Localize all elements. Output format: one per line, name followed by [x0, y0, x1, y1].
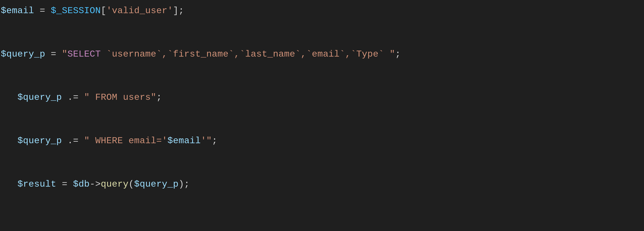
- variable-email: $email: [1, 6, 34, 16]
- operator-arrow: ->: [90, 179, 100, 189]
- variable-result: $result: [18, 179, 56, 189]
- argument-query-p: $query_p: [134, 179, 178, 189]
- variable-query-p: $query_p: [18, 136, 62, 146]
- semicolon: ;: [395, 49, 401, 59]
- semicolon: ;: [212, 136, 218, 146]
- global-session: $_SESSION: [51, 6, 100, 16]
- string-where-open: " WHERE email=': [84, 136, 168, 146]
- code-line-2: $query_p = "SELECT `username`,`first_nam…: [1, 49, 401, 59]
- code-line-5: $result = $db->query($query_p);: [1, 179, 190, 189]
- variable-email-interp: $email: [168, 136, 201, 146]
- string-quote-close: ": [390, 49, 395, 59]
- operator-assign: =: [34, 6, 51, 16]
- code-line-1: $email = $_SESSION['valid_user'];: [1, 6, 184, 16]
- operator-concat-assign: .=: [62, 136, 84, 146]
- paren-open: (: [128, 179, 134, 189]
- string-from-users: " FROM users": [84, 92, 156, 103]
- variable-db: $db: [73, 179, 90, 189]
- code-line-4: $query_p .= " WHERE email='$email'";: [1, 136, 218, 146]
- operator-concat-assign: .=: [62, 92, 84, 103]
- operator-assign: =: [45, 49, 62, 59]
- method-query: query: [101, 179, 129, 189]
- indent: [1, 136, 18, 146]
- bracket-open: [: [101, 6, 106, 16]
- operator-assign: =: [56, 179, 73, 189]
- paren-close-semi: );: [178, 179, 190, 189]
- indent: [1, 92, 18, 103]
- semicolon: ;: [156, 92, 162, 103]
- string-where-close: '": [201, 136, 212, 146]
- sql-keyword-select: SELECT: [67, 49, 100, 59]
- code-line-3: $query_p .= " FROM users";: [1, 92, 162, 103]
- indent: [1, 179, 18, 189]
- code-editor[interactable]: $email = $_SESSION['valid_user']; $query…: [0, 0, 644, 195]
- variable-query-p: $query_p: [1, 49, 45, 59]
- bracket-close-semi: ];: [173, 6, 184, 16]
- string-valid-user: 'valid_user': [106, 6, 173, 16]
- string-quote-open: ": [62, 49, 68, 59]
- variable-query-p: $query_p: [18, 92, 62, 103]
- string-select-columns: `username`,`first_name`,`last_name`,`ema…: [101, 49, 390, 59]
